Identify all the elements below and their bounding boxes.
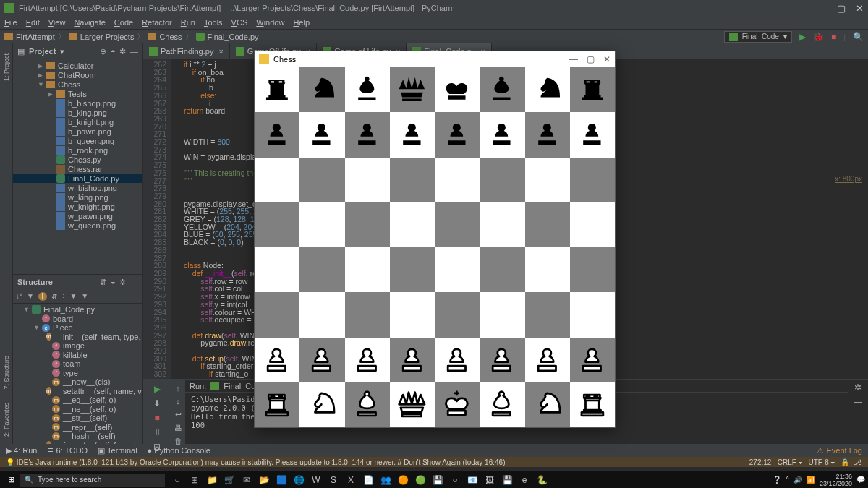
taskbar-app[interactable]: ○ <box>171 474 184 487</box>
chess-square[interactable] <box>390 202 435 247</box>
chess-square[interactable] <box>570 112 615 157</box>
chess-square[interactable] <box>255 247 299 292</box>
chess-square[interactable] <box>299 338 344 382</box>
chess-maximize[interactable]: ▢ <box>587 54 595 64</box>
debug-button[interactable]: 🐞 <box>813 32 824 42</box>
menu-edit[interactable]: Edit <box>26 18 40 27</box>
menu-code[interactable]: Code <box>114 18 133 27</box>
status-enc[interactable]: UTF-8 ÷ <box>808 458 835 466</box>
run-trash-icon[interactable]: 🗑 <box>174 437 182 445</box>
collapse-icon[interactable]: ÷ <box>111 278 115 287</box>
taskbar-app[interactable]: 📧 <box>466 474 479 487</box>
taskbar-search[interactable]: 🔍 Type here to search <box>20 474 165 487</box>
search-everywhere-button[interactable]: 🔍 <box>853 32 864 42</box>
run-button[interactable]: ▶ <box>799 32 806 42</box>
chess-square[interactable] <box>255 158 299 202</box>
chess-square[interactable] <box>435 202 480 247</box>
gear-icon[interactable]: ✲ <box>854 382 861 393</box>
hide-icon[interactable]: — <box>130 47 138 56</box>
chess-square[interactable] <box>255 382 299 427</box>
chess-square[interactable] <box>435 67 480 112</box>
chevron-down-icon[interactable]: ▾ <box>60 47 64 56</box>
chess-square[interactable] <box>525 382 570 427</box>
chess-square[interactable] <box>570 338 615 382</box>
chess-square[interactable] <box>299 202 344 247</box>
run-up-icon[interactable]: ↑ <box>176 384 180 393</box>
taskbar-app[interactable]: 🖼 <box>483 474 496 487</box>
taskbar-app[interactable]: e <box>518 474 531 487</box>
chess-square[interactable] <box>345 67 390 112</box>
chess-square[interactable] <box>345 158 390 202</box>
structure-item[interactable]: m__init__(self, team, type, image, killa… <box>13 332 142 341</box>
chess-square[interactable] <box>345 247 390 292</box>
chess-square[interactable] <box>390 338 435 382</box>
chess-square[interactable] <box>390 112 435 157</box>
taskbar-app[interactable]: 🛒 <box>223 474 236 487</box>
taskbar-app[interactable]: 💾 <box>501 474 514 487</box>
structure-item[interactable]: fteam <box>13 359 142 369</box>
chess-square[interactable] <box>525 112 570 157</box>
chess-square[interactable] <box>299 158 344 202</box>
chess-square[interactable] <box>435 112 480 157</box>
chess-square[interactable] <box>570 247 615 292</box>
chess-square[interactable] <box>299 247 344 292</box>
tree-item[interactable]: b_pawn.png <box>13 127 142 136</box>
chess-square[interactable] <box>255 112 299 157</box>
menu-view[interactable]: View <box>48 18 66 27</box>
structure-item[interactable]: ftype <box>13 368 142 377</box>
run-down-icon[interactable]: ⬇ <box>153 398 161 408</box>
chess-square[interactable] <box>525 292 570 337</box>
chess-square[interactable] <box>345 202 390 247</box>
system-tray[interactable]: ❔ ^ 🔊 📶 21:3623/12/2020 💬 <box>773 473 865 487</box>
chess-square[interactable] <box>345 338 390 382</box>
sort-icon[interactable]: ↓ᴬ <box>16 292 22 300</box>
chess-square[interactable] <box>390 292 435 337</box>
breadcrumb-item[interactable]: Larger Projects <box>69 33 135 41</box>
todo-tab[interactable]: ≣ 6: TODO <box>47 446 88 455</box>
fold-gutter[interactable] <box>171 59 179 379</box>
run-down2-icon[interactable]: ↓ <box>176 397 180 406</box>
lock-icon[interactable]: 🔒 <box>841 458 849 466</box>
chess-window[interactable]: Chess — ▢ ✕ <box>254 51 616 428</box>
taskbar-app[interactable]: 💾 <box>431 474 444 487</box>
stop-button[interactable]: ■ <box>831 32 836 42</box>
collapse-icon[interactable]: ÷ <box>111 47 115 56</box>
menu-vcs[interactable]: VCS <box>231 18 248 27</box>
structure-item[interactable]: fboard <box>13 314 142 323</box>
structure-item[interactable]: m__eq__(self, o) <box>13 395 142 405</box>
git-icon[interactable]: ⎇ <box>854 458 862 466</box>
filter2-icon[interactable]: ▼ <box>69 292 77 300</box>
tree-item[interactable]: b_rook.png <box>13 145 142 155</box>
tree-item[interactable]: ▶ChatRoom <box>13 70 142 80</box>
run-config-selector[interactable]: Final_Code ▾ <box>724 31 792 43</box>
taskbar-app[interactable]: 🟢 <box>414 474 427 487</box>
tree-item[interactable]: w_queen.png <box>13 221 142 230</box>
structure-list[interactable]: ▼Final_Code.pyfboard▼cPiecem__init__(sel… <box>13 304 142 444</box>
run-print-icon[interactable]: 🖶 <box>174 424 182 432</box>
chess-square[interactable] <box>299 382 344 427</box>
chess-square[interactable] <box>570 382 615 427</box>
taskbar-app[interactable]: 🟦 <box>275 474 288 487</box>
structure-item[interactable]: m__repr__(self) <box>13 422 142 432</box>
collapse-icon[interactable]: ÷ <box>61 292 66 300</box>
rerun-button[interactable]: ▶ <box>154 384 161 394</box>
chess-square[interactable] <box>299 112 344 157</box>
taskbar-clock[interactable]: 21:3623/12/2020 <box>820 473 852 487</box>
close-icon[interactable]: × <box>218 47 223 56</box>
favorites-tool-tab[interactable]: 2: Favorites <box>3 400 10 440</box>
chess-square[interactable] <box>525 202 570 247</box>
chess-square[interactable] <box>480 67 524 112</box>
chess-square[interactable] <box>345 112 390 157</box>
window-maximize[interactable]: ▢ <box>837 3 846 14</box>
tree-item[interactable]: w_knight.png <box>13 202 142 211</box>
chess-square[interactable] <box>480 202 524 247</box>
chess-square[interactable] <box>390 247 435 292</box>
menu-help[interactable]: Help <box>293 18 310 27</box>
breadcrumb-item[interactable]: Final_Code.py <box>196 33 259 41</box>
status-sep[interactable]: CRLF ÷ <box>778 458 802 466</box>
structure-item[interactable]: fimage <box>13 341 142 351</box>
chess-square[interactable] <box>480 158 524 202</box>
structure-item[interactable]: m__setattr__(self, name, value) <box>13 386 142 395</box>
taskbar-app[interactable]: ○ <box>448 474 461 487</box>
project-tree[interactable]: ▶Calculator▶ChatRoom▼Chess▶Testsb_bishop… <box>13 59 142 274</box>
